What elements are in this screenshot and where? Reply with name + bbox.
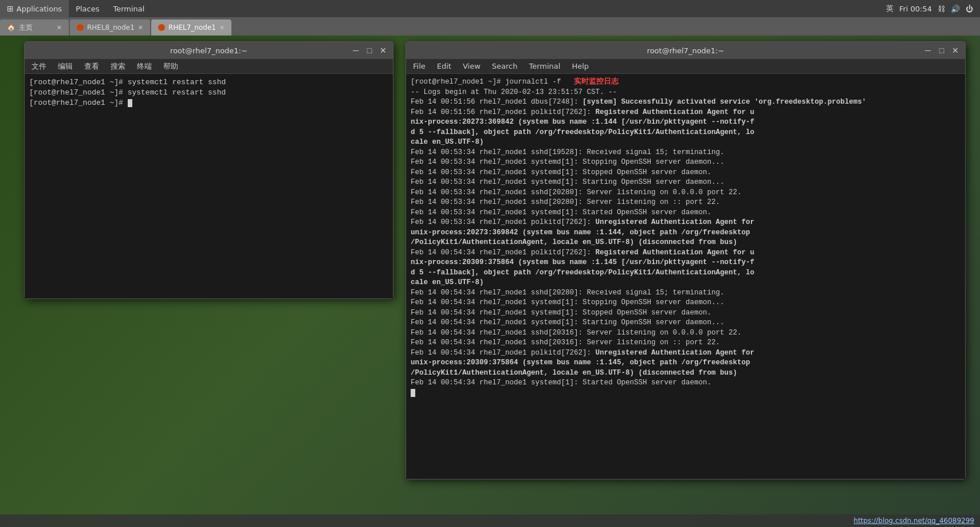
tab-rhel7-icon <box>158 24 165 31</box>
menu-terminal-right[interactable]: Terminal <box>526 61 562 72</box>
term-line-1: [root@rhel7_node1 ~]# systemctl restart … <box>29 77 388 88</box>
cursor-left <box>128 99 132 107</box>
rlog-line-6: cale en_US.UTF-8) <box>411 137 961 148</box>
rlog-line-22: Feb 14 00:54:34 rhel7_node1 systemd[1]: … <box>411 298 961 308</box>
menu-search-left[interactable]: 搜索 <box>108 60 128 73</box>
taskbar-terminal[interactable]: Terminal <box>107 0 152 17</box>
tab-home-icon: 🏠 <box>7 23 15 32</box>
rlog-line-28: unix-process:20309:375864 (system bus na… <box>411 358 961 368</box>
tab-rhel8-close[interactable]: ✕ <box>138 24 143 32</box>
terminal-left-maximize[interactable]: □ <box>364 45 375 56</box>
rlog-line-24: Feb 14 00:54:34 rhel7_node1 systemd[1]: … <box>411 318 961 328</box>
tab-rhel8-label: RHEL8_node1 <box>87 23 135 32</box>
rlog-line-1: -- Logs begin at Thu 2020-02-13 23:51:57… <box>411 88 961 98</box>
rlog-line-31 <box>411 388 961 399</box>
menu-help-right[interactable]: Help <box>569 61 591 72</box>
terminal-right-controls: ─ □ ✕ <box>923 45 961 56</box>
rlog-line-21: Feb 14 00:54:34 rhel7_node1 sshd[20280]:… <box>411 288 961 298</box>
rlog-line-27: Feb 14 00:54:34 rhel7_node1 polkitd[7262… <box>411 348 961 359</box>
lang-indicator: 英 <box>886 3 894 14</box>
rlog-line-23: Feb 14 00:54:34 rhel7_node1 systemd[1]: … <box>411 308 961 318</box>
terminal-left-title: root@rhel7_node1:~ <box>170 46 247 55</box>
taskbar-left: ⊞ Applications Places Terminal <box>0 0 151 17</box>
terminal-right-title: root@rhel7_node1:~ <box>647 46 725 55</box>
term-line-2: [root@rhel7_node1 ~]# systemctl restart … <box>29 88 388 98</box>
tab-rhel8-icon <box>77 24 84 31</box>
rlog-line-25: Feb 14 00:54:34 rhel7_node1 sshd[20316]:… <box>411 328 961 339</box>
statusbar-url[interactable]: https://blog.csdn.net/qq_46089299 <box>853 517 974 525</box>
tab-rhel7-close[interactable]: ✕ <box>219 24 225 32</box>
terminal-left-menubar: 文件 编辑 查看 搜索 终端 帮助 <box>25 59 393 74</box>
terminal-left-titlebar: root@rhel7_node1:~ ─ □ ✕ <box>25 42 393 59</box>
rlog-line-9: Feb 14 00:53:34 rhel7_node1 systemd[1]: … <box>411 168 961 178</box>
rlog-line-17: Feb 14 00:54:34 rhel7_node1 polkitd[7262… <box>411 248 961 258</box>
terminal-left-controls: ─ □ ✕ <box>351 45 388 56</box>
menu-view-right[interactable]: View <box>461 61 483 72</box>
menu-terminal-left[interactable]: 终端 <box>135 60 154 73</box>
terminal-right-titlebar: root@rhel7_node1:~ ─ □ ✕ <box>406 42 965 59</box>
terminal-left: root@rhel7_node1:~ ─ □ ✕ 文件 编辑 查看 搜索 终端 … <box>24 41 393 299</box>
terminal-right-close[interactable]: ✕ <box>950 45 961 56</box>
rlog-line-11: Feb 14 00:53:34 rhel7_node1 sshd[20280]:… <box>411 188 961 198</box>
cursor-right <box>411 389 415 397</box>
menu-file-left[interactable]: 文件 <box>29 60 49 73</box>
taskbar-right: 英 Fri 00:54 ⛓ 🔊 ⏻ <box>886 0 980 17</box>
rlog-line-4: nix-process:20273:369842 (system bus nam… <box>411 117 961 128</box>
rlog-line-20: cale en_US.UTF-8) <box>411 278 961 288</box>
terminal-left-close[interactable]: ✕ <box>378 45 388 56</box>
menu-file-right[interactable]: File <box>411 61 428 72</box>
taskbar: ⊞ Applications Places Terminal 英 Fri 00:… <box>0 0 980 17</box>
power-icon: ⏻ <box>966 5 973 13</box>
tab-rhel8[interactable]: RHEL8_node1 ✕ <box>70 19 150 36</box>
tab-home-close[interactable]: ✕ <box>57 24 62 32</box>
rlog-line-16: /PolicyKit1/AuthenticationAgent, locale … <box>411 238 961 248</box>
menu-view-left[interactable]: 查看 <box>82 60 101 73</box>
menu-help-left[interactable]: 帮助 <box>161 60 180 73</box>
menu-search-right[interactable]: Search <box>490 61 520 72</box>
rlog-line-0: [root@rhel7_node1 ~]# journalctl -f 实时监控… <box>411 77 961 88</box>
rlog-line-26: Feb 14 00:54:34 rhel7_node1 sshd[20316]:… <box>411 338 961 348</box>
rlog-line-7: Feb 14 00:53:34 rhel7_node1 sshd[19528]:… <box>411 148 961 158</box>
places-label: Places <box>76 5 99 13</box>
tab-home-label: 主页 <box>19 23 33 33</box>
rlog-line-8: Feb 14 00:53:34 rhel7_node1 systemd[1]: … <box>411 158 961 168</box>
terminal-right-body[interactable]: [root@rhel7_node1 ~]# journalctl -f 实时监控… <box>406 74 965 479</box>
network-icon: ⛓ <box>938 5 945 13</box>
menu-edit-left[interactable]: 编辑 <box>56 60 75 73</box>
rlog-line-2: Feb 14 00:51:56 rhel7_node1 dbus[7248]: … <box>411 97 961 108</box>
rlog-line-12: Feb 14 00:53:34 rhel7_node1 sshd[20280]:… <box>411 198 961 208</box>
browser-tab-bar: 🏠 主页 ✕ RHEL8_node1 ✕ RHEL7_node1 ✕ <box>0 17 980 36</box>
terminal-right-minimize[interactable]: ─ <box>923 45 933 56</box>
tab-rhel7-label: RHEL7_node1 <box>168 23 216 32</box>
taskbar-places[interactable]: Places <box>69 0 106 17</box>
terminal-right: root@rhel7_node1:~ ─ □ ✕ File Edit View … <box>406 41 966 479</box>
statusbar: https://blog.csdn.net/qq_46089299 <box>0 514 980 527</box>
rlog-line-15: unix-process:20273:369842 (system bus na… <box>411 228 961 238</box>
taskbar-apps[interactable]: ⊞ Applications <box>0 0 69 17</box>
terminal-left-body[interactable]: [root@rhel7_node1 ~]# systemctl restart … <box>25 74 393 298</box>
rlog-line-3: Feb 14 00:51:56 rhel7_node1 polkitd[7262… <box>411 108 961 118</box>
menu-edit-right[interactable]: Edit <box>435 61 454 72</box>
terminal-label: Terminal <box>113 5 145 13</box>
volume-icon: 🔊 <box>951 5 960 13</box>
tab-rhel7[interactable]: RHEL7_node1 ✕ <box>151 19 231 36</box>
rlog-line-13: Feb 14 00:53:34 rhel7_node1 systemd[1]: … <box>411 208 961 218</box>
terminal-right-maximize[interactable]: □ <box>936 45 947 56</box>
realtime-label: 实时监控日志 <box>574 78 619 86</box>
tab-home[interactable]: 🏠 主页 ✕ <box>0 19 69 36</box>
clock: Fri 00:54 <box>899 5 932 13</box>
terminal-left-minimize[interactable]: ─ <box>351 45 361 56</box>
rlog-line-5: d 5 --fallback], object path /org/freede… <box>411 128 961 138</box>
apps-label: Applications <box>17 5 62 13</box>
rlog-line-18: nix-process:20309:375864 (system bus nam… <box>411 258 961 268</box>
rlog-line-29: /PolicyKit1/AuthenticationAgent, locale … <box>411 368 961 379</box>
term-line-3: [root@rhel7_node1 ~]# <box>29 98 388 108</box>
desktop: root@rhel7_node1:~ ─ □ ✕ 文件 编辑 查看 搜索 终端 … <box>0 36 980 527</box>
rlog-line-10: Feb 14 00:53:34 rhel7_node1 systemd[1]: … <box>411 178 961 188</box>
rlog-line-19: d 5 --fallback], object path /org/freede… <box>411 268 961 278</box>
terminal-right-menubar: File Edit View Search Terminal Help <box>406 59 965 74</box>
apps-icon: ⊞ <box>7 4 14 13</box>
rlog-line-30: Feb 14 00:54:34 rhel7_node1 systemd[1]: … <box>411 378 961 388</box>
rlog-line-14: Feb 14 00:53:34 rhel7_node1 polkitd[7262… <box>411 218 961 228</box>
